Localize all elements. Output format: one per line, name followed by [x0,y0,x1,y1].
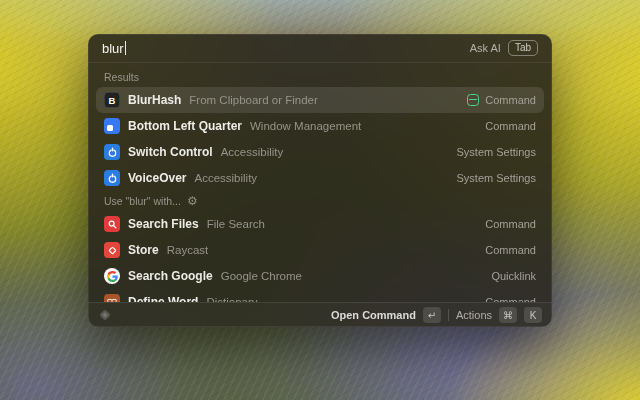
results-list[interactable]: Results B BlurHash From Clipboard or Fin… [88,63,552,302]
blurhash-icon: B [104,92,120,108]
item-subtitle: File Search [207,218,265,230]
item-subtitle: Window Management [250,120,361,132]
google-icon [104,268,120,284]
raycast-launcher-window: blur Ask AI Tab Results B BlurHash From … [88,34,552,327]
item-title: Switch Control [128,145,213,159]
item-title: Search Google [128,269,213,283]
action-bar: Open Command ↵ Actions ⌘ K [88,302,552,327]
return-key-badge: ↵ [423,307,441,323]
item-title: VoiceOver [128,171,186,185]
item-title: Store [128,243,159,257]
search-bar[interactable]: blur Ask AI Tab [88,34,552,63]
item-title: Define Word [128,295,198,302]
footer-divider [448,309,449,321]
item-subtitle: Accessibility [194,172,257,184]
accessibility-icon [104,170,120,186]
item-subtitle: Google Chrome [221,270,302,282]
item-type: System Settings [457,172,536,184]
file-search-icon [104,216,120,232]
gear-icon[interactable]: ⚙ [187,195,198,207]
text-caret [125,41,127,55]
list-item-voiceover[interactable]: VoiceOver Accessibility System Settings [96,165,544,191]
item-type: Quicklink [491,270,536,282]
search-input[interactable]: blur [102,41,124,56]
section-header-results: Results [96,67,544,87]
item-type: Command [485,244,536,256]
actions-button[interactable]: Actions [456,309,492,321]
list-item-search-files[interactable]: Search Files File Search Command [96,211,544,237]
item-title: BlurHash [128,93,181,107]
blurhash-icon-letter: B [109,95,116,106]
item-type: Command [485,120,536,132]
section-header-label: Results [104,71,139,83]
item-type: Command [485,218,536,230]
k-key-badge: K [524,307,542,323]
extension-card-icon [467,94,479,106]
list-item-bottom-left-quarter[interactable]: Bottom Left Quarter Window Management Co… [96,113,544,139]
list-item-store[interactable]: Store Raycast Command [96,237,544,263]
list-item-blurhash[interactable]: B BlurHash From Clipboard or Finder Comm… [96,87,544,113]
raycast-logo-icon [99,309,110,320]
ask-ai-label[interactable]: Ask AI [470,42,501,54]
list-item-switch-control[interactable]: Switch Control Accessibility System Sett… [96,139,544,165]
list-item-define-word[interactable]: Define Word Dictionary Command [96,289,544,302]
tab-key-badge: Tab [508,40,538,56]
item-title: Bottom Left Quarter [128,119,242,133]
open-command-button[interactable]: Open Command [331,309,416,321]
item-subtitle: Accessibility [221,146,284,158]
section-header-label: Use "blur" with... [104,195,181,207]
item-title: Search Files [128,217,199,231]
section-header-use-with: Use "blur" with... ⚙ [96,191,544,211]
dictionary-icon [104,294,120,302]
item-subtitle: Raycast [167,244,209,256]
item-type: System Settings [457,146,536,158]
item-type: Command [485,94,536,106]
item-subtitle: From Clipboard or Finder [189,94,317,106]
cmd-key-badge: ⌘ [499,307,517,323]
list-item-search-google[interactable]: Search Google Google Chrome Quicklink [96,263,544,289]
window-quarter-icon [104,118,120,134]
raycast-store-icon [104,242,120,258]
accessibility-icon [104,144,120,160]
